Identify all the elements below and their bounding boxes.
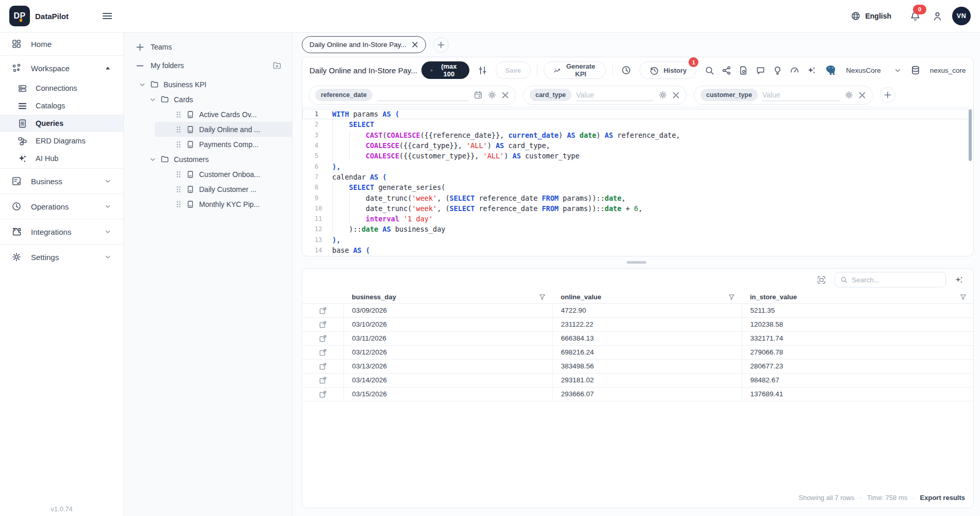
run-button[interactable]: Run (max 100 rows) <box>421 61 469 79</box>
generate-kpi-button[interactable]: Generate KPI <box>544 61 606 79</box>
cell-online-value[interactable]: 4722.90 <box>552 303 742 317</box>
table-row[interactable]: 03/11/2026 666384.13 332171.74 <box>302 331 973 345</box>
code-line[interactable]: 10 date_trunc('week', (SELECT reference_… <box>302 203 973 214</box>
sidebar-item-catalogs[interactable]: Catalogs <box>0 97 123 115</box>
code-line[interactable]: 14 base AS ( <box>302 245 973 255</box>
app-logo[interactable]: DP <box>9 6 30 26</box>
parameter-value-input[interactable] <box>762 89 840 101</box>
sidebar-item-erd-diagrams[interactable]: ERD Diagrams <box>0 132 123 150</box>
remove-parameter-icon[interactable] <box>672 91 680 99</box>
cell-online-value[interactable]: 383498.56 <box>552 359 742 373</box>
row-expand-cell[interactable] <box>302 387 344 401</box>
language-selector[interactable]: English <box>851 11 891 21</box>
tree-query-row[interactable]: Monthly KYC Pip... <box>124 197 292 212</box>
tree-query-row[interactable]: Daily Online and ... <box>124 122 292 137</box>
user-avatar[interactable]: VN <box>952 7 971 25</box>
comments-button[interactable] <box>754 63 767 77</box>
drag-handle-icon[interactable] <box>175 141 182 148</box>
code-line[interactable]: 13 ), <box>302 235 973 245</box>
gear-icon[interactable] <box>844 90 854 100</box>
ai-summary-button[interactable] <box>952 273 966 287</box>
code-line[interactable]: 11 interval '1 day' <box>302 214 973 224</box>
code-line[interactable]: 7 calendar AS ( <box>302 172 973 182</box>
cell-business-day[interactable]: 03/13/2026 <box>344 359 552 373</box>
save-button[interactable]: Save <box>496 61 531 79</box>
row-expand-cell[interactable] <box>302 345 344 359</box>
cell-online-value[interactable]: 231122.22 <box>552 317 742 331</box>
drag-handle-icon[interactable] <box>175 126 182 133</box>
col-in-store-value[interactable]: in_store_value <box>742 291 973 303</box>
my-folders-section[interactable]: My folders <box>124 56 292 75</box>
remove-parameter-icon[interactable] <box>501 91 509 99</box>
sidebar-item-integrations[interactable]: Integrations <box>0 220 123 243</box>
add-parameter-button[interactable] <box>880 87 895 103</box>
table-row[interactable]: 03/12/2026 698216.24 279066.78 <box>302 345 973 359</box>
search-in-query-button[interactable] <box>703 63 716 77</box>
new-folder-button[interactable] <box>272 61 282 70</box>
sidebar-item-ai-hub[interactable]: AI Hub <box>0 150 123 167</box>
expand-results-button[interactable] <box>814 273 828 287</box>
code-line[interactable]: 6 ), <box>302 161 973 171</box>
code-line[interactable]: 8 SELECT generate_series( <box>302 182 973 192</box>
results-search[interactable] <box>835 272 946 287</box>
filter-icon[interactable] <box>538 293 546 301</box>
profile-button[interactable] <box>930 9 945 24</box>
filter-icon[interactable] <box>959 293 967 301</box>
row-expand-cell[interactable] <box>302 317 344 331</box>
resize-handle[interactable] <box>627 261 646 264</box>
drag-handle-icon[interactable] <box>175 186 182 193</box>
performance-button[interactable] <box>788 63 802 77</box>
share-button[interactable] <box>720 63 733 77</box>
table-row[interactable]: 03/10/2026 231122.22 120238.58 <box>302 317 973 331</box>
gear-icon[interactable] <box>487 90 497 100</box>
tree-query-row[interactable]: Active Cards Ov... <box>124 107 292 122</box>
query-tab[interactable]: Daily Online and In-Store Pay... <box>302 36 426 53</box>
cell-in-store-value[interactable]: 5211.35 <box>742 303 973 317</box>
editor-scrollbar[interactable] <box>969 109 972 161</box>
tab-close-icon[interactable] <box>412 41 418 48</box>
code-line[interactable]: 15 SELECT <box>302 255 973 256</box>
table-row[interactable]: 03/09/2026 4722.90 5211.35 <box>302 303 973 317</box>
drag-handle-icon[interactable] <box>175 111 182 118</box>
cell-in-store-value[interactable]: 120238.58 <box>742 317 973 331</box>
cell-online-value[interactable]: 666384.13 <box>552 331 742 345</box>
table-row[interactable]: 03/13/2026 383498.56 280677.23 <box>302 359 973 373</box>
history-button[interactable]: History <box>640 61 696 79</box>
notifications-button[interactable]: 0 <box>908 9 923 24</box>
sql-editor[interactable]: 1 WITH params AS ( 2 SELECT 3 CAST(COALE… <box>302 107 973 256</box>
cell-business-day[interactable]: 03/15/2026 <box>344 387 552 401</box>
ai-assist-button[interactable] <box>805 63 819 77</box>
filter-icon[interactable] <box>728 293 736 301</box>
cell-business-day[interactable]: 03/10/2026 <box>344 317 552 331</box>
row-expand-cell[interactable] <box>302 373 344 387</box>
cell-business-day[interactable]: 03/09/2026 <box>344 303 552 317</box>
cell-in-store-value[interactable]: 279066.78 <box>742 345 973 359</box>
sidebar-item-settings[interactable]: Settings <box>0 246 123 268</box>
menu-toggle-button[interactable] <box>102 10 113 22</box>
parameter-value-input[interactable] <box>576 89 654 101</box>
sidebar-item-workspace[interactable]: Workspace <box>0 57 123 79</box>
export-results-button[interactable]: Export results <box>920 494 965 502</box>
cell-online-value[interactable]: 293181.02 <box>552 373 742 387</box>
insights-button[interactable] <box>771 63 785 77</box>
tree-query-row[interactable]: Daily Customer ... <box>124 182 292 197</box>
sidebar-item-operations[interactable]: Operations <box>0 195 123 218</box>
snapshot-button[interactable] <box>737 63 750 77</box>
new-tab-button[interactable] <box>433 37 449 53</box>
code-line[interactable]: 9 date_trunc('week', (SELECT reference_d… <box>302 192 973 203</box>
col-online-value[interactable]: online_value <box>552 291 742 303</box>
code-line[interactable]: 4 COALESCE({{card_type}}, 'ALL') AS card… <box>302 140 973 151</box>
table-row[interactable]: 03/14/2026 293181.02 98482.67 <box>302 373 973 387</box>
tree-query-row[interactable]: Customer Onboa... <box>124 167 292 182</box>
cell-in-store-value[interactable]: 280677.23 <box>742 359 973 373</box>
sidebar-item-connections[interactable]: Connections <box>0 79 123 97</box>
table-row[interactable]: 03/15/2026 293666.07 137689.41 <box>302 387 973 401</box>
cell-in-store-value[interactable]: 137689.41 <box>742 387 973 401</box>
cell-business-day[interactable]: 03/12/2026 <box>344 345 552 359</box>
database-select[interactable]: nexus_core <box>926 67 974 74</box>
row-expand-cell[interactable] <box>302 331 344 345</box>
gear-icon[interactable] <box>658 90 667 100</box>
cell-online-value[interactable]: 293666.07 <box>552 387 742 401</box>
cell-online-value[interactable]: 698216.24 <box>552 345 742 359</box>
code-line[interactable]: 3 CAST(COALESCE({{reference_date}}, curr… <box>302 130 973 140</box>
